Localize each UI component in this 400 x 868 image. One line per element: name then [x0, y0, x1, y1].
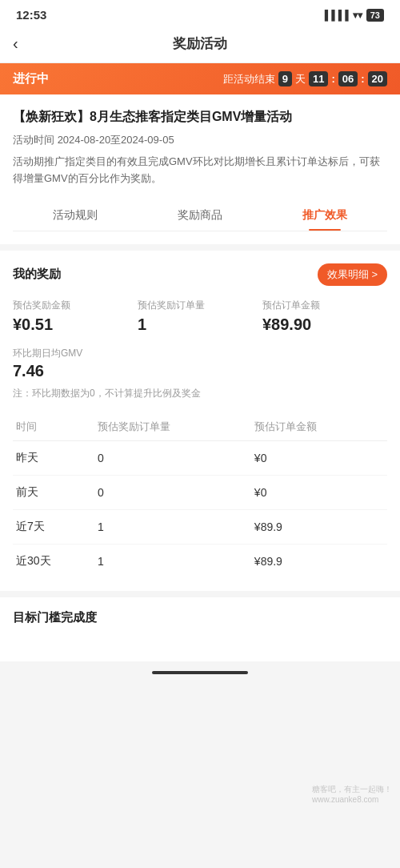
row-orders: 1: [94, 509, 251, 544]
date-range: 2024-08-20至2024-09-05: [58, 134, 174, 146]
stat-reward-orders: 预估奖励订单量 1: [138, 299, 262, 334]
detail-button[interactable]: 效果明细 >: [318, 263, 387, 286]
status-time: 12:53: [16, 8, 46, 22]
nav-bar: ‹ 奖励活动: [0, 26, 400, 63]
page-title: 奖励活动: [173, 34, 227, 53]
countdown-seconds: 20: [368, 71, 387, 86]
stat-label-2: 预估订单金额: [262, 299, 387, 312]
gmv-value: 7.46: [13, 362, 387, 380]
countdown-hours: 11: [309, 71, 328, 86]
section-header: 我的奖励 效果明细 >: [13, 263, 387, 286]
row-time: 近7天: [13, 509, 94, 544]
tab-rules[interactable]: 活动规则: [13, 200, 138, 231]
back-button[interactable]: ‹: [13, 34, 18, 53]
tabs: 活动规则 奖励商品 推广效果: [13, 200, 387, 231]
row-time: 近30天: [13, 544, 94, 578]
table-row: 前天 0 ¥0: [13, 475, 387, 509]
row-orders: 0: [94, 440, 251, 475]
gmv-label: 环比期日均GMV: [13, 347, 387, 360]
gmv-row: 环比期日均GMV 7.46: [13, 347, 387, 380]
table-row: 近30天 1 ¥89.9: [13, 544, 387, 578]
tab-effect[interactable]: 推广效果: [262, 200, 387, 231]
wifi-icon: ▾▾: [353, 10, 362, 21]
status-icons: ▐▐▐▐ ▾▾ 73: [322, 9, 384, 22]
bottom-indicator: [0, 661, 400, 684]
days-unit: 天: [295, 72, 306, 86]
status-bar: 12:53 ▐▐▐▐ ▾▾ 73: [0, 0, 400, 26]
my-rewards-section: 我的奖励 效果明细 > 预估奖励金额 ¥0.51 预估奖励订单量 1 预估订单金…: [0, 251, 400, 591]
watermark-line1: 糖客吧，有主一起嗨！: [312, 784, 392, 795]
countdown: 距活动结束 9 天 11 : 06 : 20: [223, 71, 387, 86]
row-orders: 1: [94, 544, 251, 578]
col-orders: 预估奖励订单量: [94, 413, 251, 441]
watermark: 糖客吧，有主一起嗨！ www.zuanke8.com: [312, 784, 392, 804]
stat-value-0: ¥0.51: [13, 315, 138, 334]
stat-reward-amount: 预估奖励金额 ¥0.51: [13, 299, 138, 334]
activity-banner: 进行中 距活动结束 9 天 11 : 06 : 20: [0, 63, 400, 94]
stat-label-0: 预估奖励金额: [13, 299, 138, 312]
bottom-card-title: 目标门槛完成度: [13, 610, 387, 625]
col-time: 时间: [13, 413, 94, 441]
sep1: :: [331, 73, 334, 85]
row-amount: ¥89.9: [251, 509, 387, 544]
col-amount: 预估订单金额: [251, 413, 387, 441]
row-amount: ¥0: [251, 440, 387, 475]
table-row: 近7天 1 ¥89.9: [13, 509, 387, 544]
activity-title: 【焕新狂欢】8月生态推客指定类目GMV增量活动: [13, 107, 387, 127]
date-label: 活动时间: [13, 134, 54, 146]
stat-value-1: 1: [138, 315, 262, 334]
stat-label-1: 预估奖励订单量: [138, 299, 262, 312]
countdown-label: 距活动结束: [223, 72, 275, 86]
activity-description: 活动期推广指定类目的有效且完成GMV环比对比期增长且累计订单达标后，可获得增量G…: [13, 154, 387, 187]
section-title: 我的奖励: [13, 267, 61, 282]
row-amount: ¥89.9: [251, 544, 387, 578]
countdown-days: 9: [278, 71, 292, 86]
stat-value-2: ¥89.90: [262, 315, 387, 334]
stat-order-amount: 预估订单金额 ¥89.90: [262, 299, 387, 334]
activity-date: 活动时间 2024-08-20至2024-09-05: [13, 133, 387, 147]
row-amount: ¥0: [251, 475, 387, 509]
stats-row: 预估奖励金额 ¥0.51 预估奖励订单量 1 预估订单金额 ¥89.90: [13, 299, 387, 334]
row-time: 昨天: [13, 440, 94, 475]
bottom-card: 目标门槛完成度: [0, 597, 400, 661]
watermark-line2: www.zuanke8.com: [312, 795, 392, 804]
activity-status: 进行中: [13, 71, 49, 86]
tab-rewards[interactable]: 奖励商品: [138, 200, 262, 231]
note-text: 注：环比期数据为0，不计算提升比例及奖金: [13, 387, 387, 400]
table-row: 昨天 0 ¥0: [13, 440, 387, 475]
table-header-row: 时间 预估奖励订单量 预估订单金额: [13, 413, 387, 441]
data-table: 时间 预估奖励订单量 预估订单金额 昨天 0 ¥0 前天 0 ¥0 近7天 1 …: [13, 413, 387, 578]
row-orders: 0: [94, 475, 251, 509]
signal-icon: ▐▐▐▐: [322, 10, 349, 21]
battery-icon: 73: [366, 9, 384, 22]
row-time: 前天: [13, 475, 94, 509]
countdown-minutes: 06: [338, 71, 358, 86]
sep2: :: [361, 73, 364, 85]
content-card: 【焕新狂欢】8月生态推客指定类目GMV增量活动 活动时间 2024-08-20至…: [0, 94, 400, 244]
home-indicator: [152, 671, 248, 674]
